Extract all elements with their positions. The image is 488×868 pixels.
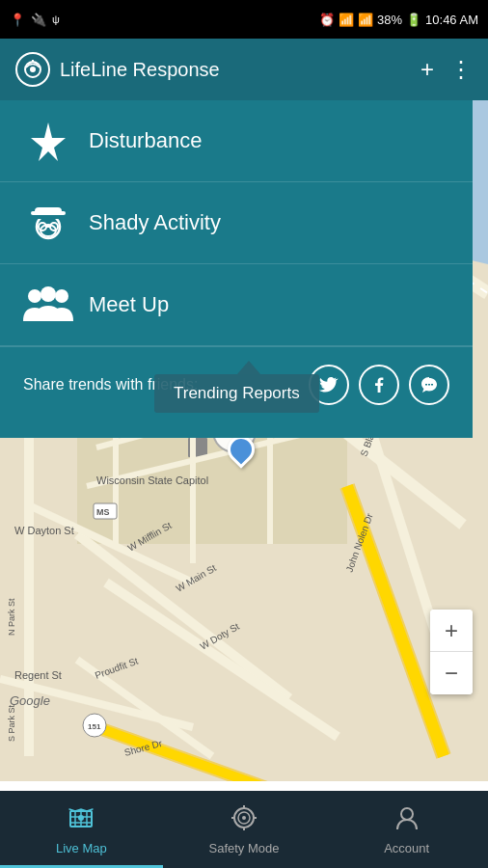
svg-text:151: 151 xyxy=(88,722,101,731)
logo-icon xyxy=(15,52,50,87)
signal-icon: 📶 xyxy=(358,13,373,27)
svg-point-62 xyxy=(242,816,246,820)
header-logo: LifeLine Response xyxy=(15,52,420,87)
svg-point-57 xyxy=(55,289,68,303)
bottom-navigation: Live Map Safety Mode Account xyxy=(0,791,488,868)
svg-text:N Park St: N Park St xyxy=(7,598,16,636)
svg-text:S Park St: S Park St xyxy=(7,704,16,742)
alarm-icon: ⏰ xyxy=(319,13,335,27)
status-icons: 📍 🔌 ψ xyxy=(10,13,60,27)
trending-reports-label: Trending Reports xyxy=(174,384,300,402)
svg-text:W Dayton St: W Dayton St xyxy=(14,525,74,536)
zoom-out-button[interactable]: − xyxy=(430,652,473,694)
social-icons xyxy=(309,365,449,405)
menu-item-shady-activity[interactable]: Shady Activity xyxy=(0,182,473,264)
svg-rect-50 xyxy=(33,215,64,219)
menu-item-disturbance[interactable]: Disturbance xyxy=(0,100,473,182)
nav-live-map[interactable]: Live Map xyxy=(0,791,163,868)
header-actions: + ⋮ xyxy=(420,58,473,81)
trending-tooltip-arrow xyxy=(237,361,260,374)
more-menu-button[interactable]: ⋮ xyxy=(449,58,473,81)
svg-text:MS: MS xyxy=(96,507,110,517)
svg-point-55 xyxy=(28,289,41,303)
status-right: ⏰ 📶 📶 38% 🔋 10:46 AM xyxy=(319,13,478,27)
usb-icon: 🔌 xyxy=(31,13,46,27)
zoom-in-button[interactable]: + xyxy=(430,610,473,652)
svg-text:Wisconsin State Capitol: Wisconsin State Capitol xyxy=(96,475,208,486)
svg-marker-46 xyxy=(31,122,66,161)
menu-item-meet-up[interactable]: Meet Up xyxy=(0,264,473,346)
location-pin xyxy=(228,436,255,463)
svg-point-1 xyxy=(30,67,36,72)
nav-account[interactable]: Account xyxy=(325,791,488,868)
battery-icon: 🔋 xyxy=(406,13,421,27)
wifi-icon: 📶 xyxy=(339,13,354,27)
headphone-icon: ψ xyxy=(52,14,60,25)
spy-icon xyxy=(23,200,73,246)
app-title: LifeLine Response xyxy=(60,59,220,81)
live-map-icon xyxy=(68,804,95,835)
account-icon xyxy=(393,804,420,835)
svg-point-56 xyxy=(41,286,56,302)
safety-mode-label: Safety Mode xyxy=(209,841,280,855)
facebook-share-button[interactable] xyxy=(359,365,399,405)
map-zoom-controls: + − xyxy=(430,610,473,694)
live-map-label: Live Map xyxy=(56,841,107,855)
svg-text:Regent St: Regent St xyxy=(14,669,62,681)
location-icon: 📍 xyxy=(10,13,25,27)
add-button[interactable]: + xyxy=(420,58,434,81)
people-icon xyxy=(23,282,73,328)
status-bar: 📍 🔌 ψ ⏰ 📶 📶 38% 🔋 10:46 AM xyxy=(0,0,488,39)
chat-share-button[interactable] xyxy=(409,365,449,405)
safety-mode-icon xyxy=(230,804,258,835)
shady-activity-label: Shady Activity xyxy=(89,210,221,235)
svg-point-59 xyxy=(78,815,84,821)
account-label: Account xyxy=(384,841,429,855)
svg-point-67 xyxy=(401,808,413,820)
nav-safety-mode[interactable]: Safety Mode xyxy=(163,791,326,868)
battery-level: 38% xyxy=(377,13,402,27)
disturbance-label: Disturbance xyxy=(89,128,202,153)
disturbance-icon xyxy=(23,118,73,164)
google-attribution: Google xyxy=(10,693,50,708)
clock: 10:46 AM xyxy=(425,13,478,27)
trending-reports-tooltip[interactable]: Trending Reports xyxy=(154,374,319,413)
meet-up-label: Meet Up xyxy=(89,292,169,317)
app-header: LifeLine Response + ⋮ xyxy=(0,39,488,100)
